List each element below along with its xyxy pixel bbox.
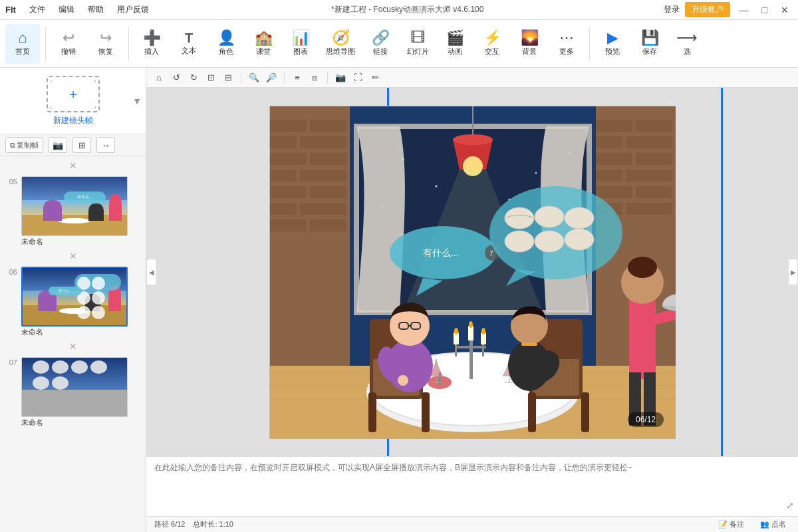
tool-undo[interactable]: ↩ 撤销 xyxy=(51,24,86,64)
close-button[interactable]: ✕ xyxy=(777,5,793,15)
edit-canvas-btn[interactable]: ✏ xyxy=(368,70,382,85)
slide-item-07-container: 07 xyxy=(0,353,146,430)
maximize-button[interactable]: □ xyxy=(758,5,771,15)
fit-canvas-btn[interactable]: ⊡ xyxy=(203,70,218,85)
corner-br: ⌟ xyxy=(93,102,96,109)
slide-item-06[interactable]: 06 xyxy=(5,264,140,338)
svg-point-34 xyxy=(436,186,438,188)
slide-thumb-07[interactable] xyxy=(21,357,128,417)
minimize-button[interactable]: — xyxy=(735,5,753,15)
align-btn[interactable]: ≡ xyxy=(290,70,305,85)
sep-icon-3: ✕ xyxy=(69,341,77,352)
slide-thumb-05[interactable]: 有什么... xyxy=(21,176,128,236)
distribute-btn[interactable]: ⧈ xyxy=(307,70,322,85)
tool-chart[interactable]: 📊 图表 xyxy=(283,24,318,64)
slide-name-06[interactable] xyxy=(21,328,128,336)
login-button[interactable]: 登录 xyxy=(664,4,680,15)
slide-thumb-wrap-05: 有什么... xyxy=(21,176,140,245)
slide-item-05-container: 05 xyxy=(0,172,146,249)
tool-animation[interactable]: 🎬 动画 xyxy=(438,24,472,64)
svg-rect-24 xyxy=(626,170,672,182)
slide-thumb-wrap-06: 有什么... xyxy=(21,267,140,336)
thumb-05-content: 有什么... xyxy=(22,177,127,235)
floor-07 xyxy=(22,390,127,416)
slide-item-07[interactable]: 07 xyxy=(5,354,140,429)
redo-icon: ↪ xyxy=(100,31,112,45)
canvas-sep-2 xyxy=(284,72,285,84)
menu-file[interactable]: 文件 xyxy=(27,3,48,17)
crop-canvas-btn[interactable]: ⊟ xyxy=(221,70,235,85)
tool-interact[interactable]: ⚡ 交互 xyxy=(475,24,509,64)
tool-background[interactable]: 🌄 背景 xyxy=(512,24,547,64)
zoom-in-btn[interactable]: 🔍 xyxy=(247,70,261,85)
slide-name-07[interactable] xyxy=(21,418,128,426)
canvas-background[interactable]: 有什么... 7 xyxy=(269,106,675,438)
save-icon: 💾 xyxy=(641,31,659,45)
copy-frame-button[interactable]: ⧉ 复制帧 xyxy=(5,137,43,153)
svg-point-39 xyxy=(453,134,493,145)
dump1 xyxy=(33,360,49,374)
tool-save[interactable]: 💾 保存 xyxy=(632,24,667,64)
tool-classroom[interactable]: 🏫 课堂 xyxy=(246,24,281,64)
tool-more[interactable]: ⋯ 更多 xyxy=(549,24,584,64)
svg-point-33 xyxy=(535,172,537,174)
slide-item-05[interactable]: 05 xyxy=(5,174,140,248)
slide-thumb-06[interactable]: 有什么... xyxy=(21,267,128,327)
mirror-button[interactable]: ↔ xyxy=(96,137,115,153)
slide-name-05[interactable] xyxy=(21,237,128,245)
tool-interact-label: 交互 xyxy=(485,47,499,57)
tool-select[interactable]: ⟶ 选 xyxy=(670,24,704,64)
menu-edit[interactable]: 编辑 xyxy=(56,3,77,17)
notes-status-button[interactable]: 📝 备注 xyxy=(714,518,748,531)
tool-redo[interactable]: ↪ 恢复 xyxy=(88,24,123,64)
svg-point-83 xyxy=(628,257,657,278)
new-frame-button[interactable]: ⌜ ⌝ ⌞ ⌟ ＋ 新建镜头帧 ▼ xyxy=(0,68,146,134)
expand-right-button[interactable]: ▶ xyxy=(789,259,798,285)
tool-insert[interactable]: ➕ 插入 xyxy=(134,24,169,64)
upgrade-button[interactable]: 升级账户 xyxy=(685,2,730,17)
titlebar: FIt 文件 编辑 帮助 用户反馈 *新建工程 - Focusky动画演示大师 … xyxy=(0,0,798,20)
tool-home[interactable]: ⌂ 首页 xyxy=(5,24,40,64)
fullscreen-btn[interactable]: ⛶ xyxy=(350,70,365,85)
tool-chart-label: 图表 xyxy=(293,47,308,57)
food-bubble-06 xyxy=(74,274,121,291)
tool-character-label: 角色 xyxy=(219,47,233,57)
tool-slideshow[interactable]: 🎞 幻灯片 xyxy=(400,24,435,64)
grid-button[interactable]: ⊞ xyxy=(72,137,91,153)
tool-character[interactable]: 👤 角色 xyxy=(209,24,243,64)
tool-text[interactable]: T 文本 xyxy=(172,24,206,64)
grid-icon: ⊞ xyxy=(78,140,86,150)
dump4 xyxy=(90,360,107,374)
main-content: ⌜ ⌝ ⌞ ⌟ ＋ 新建镜头帧 ▼ ⧉ 复制帧 📷 ⊞ ↔ xyxy=(0,68,798,532)
camera-button[interactable]: 📷 xyxy=(49,137,67,153)
svg-point-105 xyxy=(535,206,564,227)
plus-icon: ＋ xyxy=(66,85,80,103)
undo-canvas-btn[interactable]: ↺ xyxy=(169,70,184,85)
sidebar: ⌜ ⌝ ⌞ ⌟ ＋ 新建镜头帧 ▼ ⧉ 复制帧 📷 ⊞ ↔ xyxy=(0,68,146,532)
tool-classroom-label: 课堂 xyxy=(256,47,271,57)
mirror-icon: ↔ xyxy=(102,140,110,150)
menu-help[interactable]: 帮助 xyxy=(85,3,106,17)
tool-mindmap[interactable]: 🧭 思维导图 xyxy=(321,24,360,64)
tool-link[interactable]: 🔗 链接 xyxy=(363,24,398,64)
notes-expand-button[interactable]: ⤢ xyxy=(782,457,798,516)
svg-point-78 xyxy=(508,340,551,391)
svg-rect-15 xyxy=(310,219,346,231)
svg-rect-55 xyxy=(456,346,486,348)
redo-canvas-btn[interactable]: ↻ xyxy=(186,70,201,85)
svg-rect-8 xyxy=(270,170,297,182)
svg-rect-56 xyxy=(455,343,457,356)
zoom-out-btn[interactable]: 🔎 xyxy=(264,70,279,85)
home-canvas-btn[interactable]: ⌂ xyxy=(152,70,166,85)
canvas-toolbar: ⌂ ↺ ↻ ⊡ ⊟ 🔍 🔎 ≡ ⧈ 📷 ⛶ ✏ xyxy=(146,68,798,88)
notes-input[interactable] xyxy=(146,457,782,516)
svg-rect-12 xyxy=(270,203,297,215)
screenshot-btn[interactable]: 📷 xyxy=(333,70,348,85)
more-icon: ⋯ xyxy=(559,31,574,45)
collapse-sidebar-button[interactable]: ◀ xyxy=(146,259,156,285)
menu-feedback[interactable]: 用户反馈 xyxy=(114,3,152,17)
rollcall-status-button[interactable]: 👥 点名 xyxy=(756,518,790,531)
tool-text-label: 文本 xyxy=(182,46,196,56)
svg-rect-5 xyxy=(300,136,346,148)
tool-preview[interactable]: ▶ 预览 xyxy=(595,24,630,64)
